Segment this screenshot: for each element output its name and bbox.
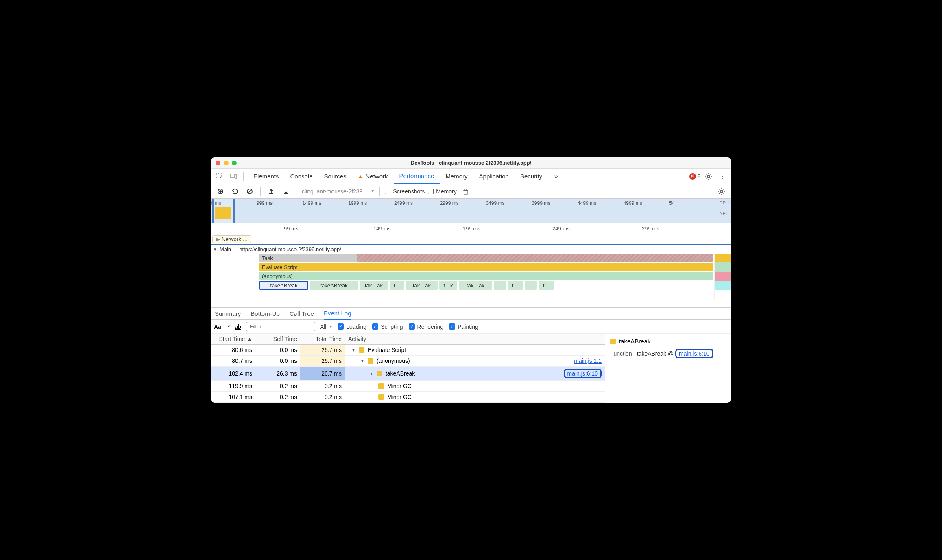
chevron-down-icon[interactable]: ▼: [360, 359, 364, 363]
flame-call[interactable]: tak…ak: [360, 281, 388, 290]
tab-performance[interactable]: Performance: [394, 169, 440, 184]
flame-evaluate-script[interactable]: Evaluate Script: [259, 263, 713, 271]
checkmark-icon: ✓: [409, 323, 415, 330]
ruler-tick: 299 ms: [642, 226, 659, 232]
flame-call[interactable]: [525, 281, 537, 290]
event-row[interactable]: 107.1 ms0.2 ms0.2 msMinor GC: [211, 392, 605, 403]
chevron-down-icon[interactable]: ▼: [351, 348, 355, 352]
activity-name: takeABreak: [386, 370, 415, 377]
tab-application[interactable]: Application: [473, 169, 515, 184]
flame-chart[interactable]: Task Evaluate Script (anonymous) takeABr…: [211, 254, 731, 307]
download-icon[interactable]: [280, 186, 292, 197]
more-tabs-icon[interactable]: »: [550, 171, 562, 182]
svg-rect-8: [464, 190, 467, 194]
gc-icon[interactable]: [460, 186, 471, 197]
flame-call[interactable]: [494, 281, 506, 290]
detail-tab-bottom-up[interactable]: Bottom-Up: [251, 307, 280, 320]
error-badge[interactable]: ✕ 2: [689, 173, 700, 180]
main-track-header[interactable]: ▼ Main — https://clinquant-mousse-2f2396…: [211, 244, 731, 254]
settings-icon[interactable]: [703, 171, 714, 182]
flame-call[interactable]: t…: [390, 281, 404, 290]
tab-sources[interactable]: Sources: [318, 169, 352, 184]
chevron-down-icon[interactable]: ▼: [369, 371, 373, 376]
overview-flame: [215, 207, 231, 219]
activity-name: Evaluate Script: [368, 347, 406, 353]
flame-call[interactable]: takeABreak: [310, 281, 358, 290]
reload-icon[interactable]: [229, 186, 241, 197]
flame-call[interactable]: t…: [508, 281, 523, 290]
tab-network[interactable]: ▲Network: [352, 169, 394, 184]
event-row[interactable]: 119.9 ms0.2 ms0.2 msMinor GC: [211, 381, 605, 392]
flame-call[interactable]: t…k: [439, 281, 457, 290]
inspect-icon[interactable]: [214, 171, 225, 182]
flame-anonymous[interactable]: (anonymous): [259, 272, 713, 280]
network-track[interactable]: ▶Network …: [211, 234, 731, 244]
event-row[interactable]: 80.6 ms0.0 ms26.7 ms▼Evaluate Script: [211, 345, 605, 356]
overview-tick: 54: [669, 200, 715, 206]
error-icon: ✕: [689, 173, 696, 180]
error-count: 2: [698, 173, 700, 179]
flame-call[interactable]: tak…ak: [406, 281, 438, 290]
svg-point-5: [219, 190, 222, 193]
perf-toolbar: clinquant-mousse-2f239… Screenshots Memo…: [211, 184, 731, 199]
overview-tick: 3499 ms: [486, 200, 532, 206]
cpu-label: CPU: [720, 200, 729, 205]
flame-call[interactable]: takeABreak: [259, 281, 308, 290]
record-icon[interactable]: [215, 186, 226, 197]
event-row[interactable]: 102.4 ms26.3 ms26.7 ms▼takeABreakmain.js…: [211, 367, 605, 381]
event-row[interactable]: 80.7 ms0.0 ms26.7 ms▼(anonymous)main.js:…: [211, 356, 605, 367]
clear-icon[interactable]: [244, 186, 255, 197]
filter-all-dropdown[interactable]: All: [320, 323, 333, 330]
script-icon: [378, 394, 384, 400]
script-icon: [368, 358, 373, 364]
col-activity[interactable]: Activity: [345, 334, 605, 345]
ruler-tick: 99 ms: [284, 226, 298, 232]
detail-tab-event-log[interactable]: Event Log: [324, 307, 351, 320]
detail-tab-call-tree[interactable]: Call Tree: [290, 307, 314, 320]
col-self-time[interactable]: Self Time: [255, 334, 300, 345]
filter-input[interactable]: [246, 322, 315, 331]
perf-settings-icon[interactable]: [716, 186, 727, 197]
overview-tick: 1499 ms: [302, 200, 348, 206]
upload-icon[interactable]: [266, 186, 277, 197]
device-icon[interactable]: [228, 171, 239, 182]
tab-memory[interactable]: Memory: [440, 169, 473, 184]
script-icon: [359, 347, 364, 353]
regex-icon[interactable]: .*: [226, 323, 230, 330]
flame-call[interactable]: tak…ak: [459, 281, 492, 290]
zoom-icon[interactable]: [232, 161, 237, 165]
tab-elements[interactable]: Elements: [248, 169, 285, 184]
filter-rendering[interactable]: ✓Rendering: [409, 323, 444, 330]
filter-painting[interactable]: ✓Painting: [449, 323, 478, 330]
source-link[interactable]: main.js:6:10: [567, 370, 598, 377]
filter-scripting[interactable]: ✓Scripting: [372, 323, 403, 330]
col-start-time[interactable]: Start Time ▲: [211, 334, 255, 345]
match-case-icon[interactable]: Aa: [214, 323, 221, 330]
timeline-ruler[interactable]: 99 ms149 ms199 ms249 ms299 ms: [211, 223, 731, 234]
network-label-pill[interactable]: ▶Network …: [212, 235, 251, 243]
activity-name: Minor GC: [387, 394, 412, 400]
overview-tick: 1999 ms: [348, 200, 394, 206]
match-whole-word-icon[interactable]: ab: [235, 323, 241, 330]
minimize-icon[interactable]: [224, 161, 229, 165]
detail-tab-summary[interactable]: Summary: [215, 307, 241, 320]
kebab-icon[interactable]: ⋮: [717, 171, 728, 182]
tab-security[interactable]: Security: [515, 169, 548, 184]
col-total-time[interactable]: Total Time: [300, 334, 345, 345]
checkmark-icon: ✓: [372, 323, 378, 330]
function-source-link[interactable]: main.js:6:10: [679, 350, 709, 357]
flame-call[interactable]: t…: [539, 281, 554, 290]
flame-task[interactable]: Task: [259, 254, 713, 262]
memory-checkbox[interactable]: Memory: [428, 188, 457, 195]
recording-dropdown[interactable]: clinquant-mousse-2f239…: [302, 188, 375, 195]
script-icon: [378, 383, 384, 389]
overview-tick: 999 ms: [257, 200, 303, 206]
filter-loading[interactable]: ✓Loading: [338, 323, 366, 330]
close-icon[interactable]: [216, 161, 220, 165]
ruler-tick: 199 ms: [463, 226, 480, 232]
source-link[interactable]: main.js:1:1: [574, 358, 602, 364]
tab-console[interactable]: Console: [285, 169, 318, 184]
overview-pane[interactable]: 9 ms999 ms1499 ms1999 ms2499 ms2999 ms34…: [211, 199, 731, 223]
screenshots-checkbox[interactable]: Screenshots: [385, 188, 425, 195]
warning-icon: ▲: [358, 173, 363, 179]
